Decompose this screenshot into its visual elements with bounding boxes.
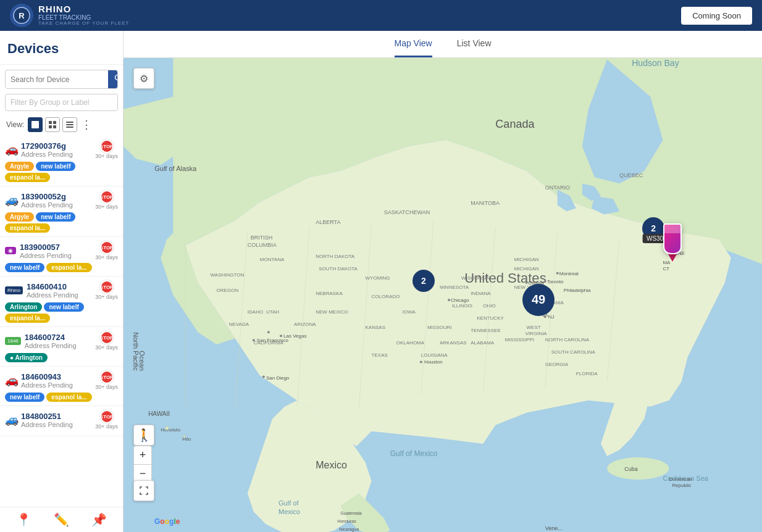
tag-new-labelf[interactable]: new labelf	[44, 302, 83, 312]
map-area: Map View List View	[124, 31, 762, 532]
tag-new-labelf[interactable]: new labelf	[5, 263, 44, 272]
device-address: Address Pending	[21, 421, 93, 428]
tag-new-labelf[interactable]: new labelf	[36, 162, 75, 171]
device-item[interactable]: Rhino 184600410 Address Pending STOP 30+…	[0, 276, 123, 327]
svg-rect-10	[66, 124, 73, 125]
street-view-button[interactable]: 🚶	[133, 425, 154, 446]
tagline: TAKE CHARGE OF YOUR FLEET	[38, 21, 129, 27]
svg-text:NEBRASKA: NEBRASKA	[316, 291, 343, 296]
tag-espanol[interactable]: espanol la...	[46, 263, 91, 272]
svg-text:SASKATCHEWAN: SASKATCHEWAN	[384, 209, 430, 215]
svg-text:ONTARIO: ONTARIO	[545, 185, 570, 191]
svg-text:MONTANA: MONTANA	[260, 257, 285, 262]
header: R RHINO FLEET TRACKING TAKE CHARGE OF YO…	[0, 0, 762, 31]
svg-text:GEORGIA: GEORGIA	[545, 362, 569, 367]
tab-map-view[interactable]: Map View	[395, 31, 432, 57]
svg-text:MICHIGAN: MICHIGAN	[514, 266, 538, 272]
device-item[interactable]: 🚗 184600943 Address Pending STOP 30+ day…	[0, 367, 123, 406]
svg-point-97	[165, 426, 169, 430]
coming-soon-button[interactable]: Coming Soon	[681, 7, 752, 25]
stop-icon: STOP	[100, 139, 114, 153]
svg-text:OKLAHOMA: OKLAHOMA	[396, 340, 425, 346]
svg-text:NORTH DAKOTA: NORTH DAKOTA	[316, 254, 355, 259]
svg-rect-8	[53, 125, 56, 128]
svg-point-74	[280, 335, 282, 337]
stop-days: 30+ days	[95, 384, 118, 390]
device-item[interactable]: 1846 184600724 Address Pending STOP 30+ …	[0, 327, 123, 367]
svg-text:NEW MEXICO: NEW MEXICO	[316, 309, 348, 315]
map-settings-button[interactable]: ⚙	[133, 68, 154, 89]
svg-text:MANITOBA: MANITOBA	[471, 200, 500, 206]
pin-footer-icon[interactable]: 📌	[91, 512, 107, 527]
device-id: 184600724	[25, 333, 93, 342]
search-input[interactable]	[6, 72, 108, 88]
svg-rect-5	[49, 121, 52, 124]
svg-text:IOWA: IOWA	[403, 309, 416, 315]
device-info: 184800251 Address Pending	[21, 412, 93, 428]
device-info: 183900057 Address Pending	[20, 243, 93, 259]
device-id: 184800251	[21, 412, 93, 421]
device-tags: new labelf espanol la...	[5, 393, 118, 402]
view-list-btn[interactable]	[62, 117, 77, 132]
device-item[interactable]: 🚙 183900052g Address Pending STOP 30+ da…	[0, 186, 123, 237]
tag-arlington[interactable]: ● Arlington	[5, 353, 48, 362]
cluster-marker-49[interactable]: 49	[522, 284, 555, 316]
device-item[interactable]: 🚙 184800251 Address Pending STOP 30+ day…	[0, 406, 123, 436]
svg-text:ALABAMA: ALABAMA	[471, 340, 495, 346]
edit-footer-icon[interactable]: ✏️	[54, 512, 69, 527]
location-footer-icon[interactable]: 📍	[16, 512, 31, 527]
sidebar: Devices Filter By Group or Label View:	[0, 31, 124, 532]
device-tags: Argyle new labelf espanol la...	[5, 162, 118, 182]
device-id: 183900057	[20, 243, 93, 252]
tag-espanol[interactable]: espanol la...	[46, 393, 91, 402]
view-medium-btn[interactable]	[45, 117, 60, 132]
svg-text:QUEBEC: QUEBEC	[619, 172, 643, 178]
view-more-btn[interactable]: ⋮	[81, 118, 92, 131]
view-large-btn[interactable]	[28, 117, 43, 132]
device-item[interactable]: 🚗 172900376g Address Pending STOP 30+ da…	[0, 136, 123, 186]
tag-espanol[interactable]: espanol la...	[5, 223, 50, 233]
svg-text:MINNESOTA: MINNESOTA	[440, 285, 469, 290]
map-container[interactable]: Canada United States Mexico Gulf of Alas…	[124, 58, 762, 532]
stop-badge: STOP 30+ days	[95, 190, 118, 210]
filter-input[interactable]: Filter By Group or Label	[5, 94, 118, 111]
svg-text:Gulf of Mexico: Gulf of Mexico	[390, 449, 438, 458]
svg-rect-4	[31, 121, 39, 128]
device-item[interactable]: ◉ 183900057 Address Pending STOP 30+ day…	[0, 237, 123, 276]
tag-new-labelf[interactable]: new labelf	[5, 393, 44, 402]
svg-point-80	[525, 281, 528, 284]
svg-text:Mexico: Mexico	[316, 459, 347, 470]
device-id: 183900052g	[21, 192, 93, 201]
stop-days: 30+ days	[95, 204, 118, 210]
svg-text:MICHIGAN: MICHIGAN	[514, 257, 538, 262]
search-button[interactable]	[108, 70, 118, 88]
tag-argyle[interactable]: Argyle	[5, 162, 34, 171]
tab-bar: Map View List View	[124, 31, 762, 58]
svg-text:Toronto: Toronto	[547, 279, 564, 285]
svg-text:OREGON: OREGON	[217, 288, 239, 293]
cluster-marker-2-left[interactable]: 2	[412, 270, 435, 292]
svg-text:San Diego: San Diego	[266, 375, 290, 381]
svg-text:Hudson Bay: Hudson Bay	[632, 58, 679, 68]
svg-text:Vene...: Vene...	[545, 525, 563, 531]
device-id: 184600410	[27, 282, 93, 291]
svg-point-82	[556, 272, 559, 275]
zoom-in-button[interactable]: +	[133, 446, 152, 464]
tag-new-labelf[interactable]: new labelf	[36, 212, 75, 222]
svg-text:KENTUCKY: KENTUCKY	[477, 315, 504, 321]
device-car-icon: 🚙	[5, 193, 19, 207]
svg-point-78	[448, 299, 450, 301]
svg-text:Dominican: Dominican	[669, 476, 692, 482]
svg-text:NEVADA: NEVADA	[229, 322, 249, 327]
search-area	[0, 65, 123, 91]
tag-espanol[interactable]: espanol la...	[5, 314, 50, 323]
tag-arlington[interactable]: Arlington	[5, 302, 42, 312]
stop-badge: STOP 30+ days	[95, 331, 118, 351]
tab-list-view[interactable]: List View	[457, 31, 492, 57]
tag-espanol[interactable]: espanol la...	[5, 173, 50, 182]
tag-argyle[interactable]: Argyle	[5, 212, 34, 222]
fullscreen-button[interactable]	[133, 480, 154, 501]
svg-text:MISSOURI: MISSOURI	[427, 325, 452, 330]
svg-text:NORTH CAROLINA: NORTH CAROLINA	[545, 337, 590, 343]
location-pin[interactable]	[663, 223, 682, 262]
